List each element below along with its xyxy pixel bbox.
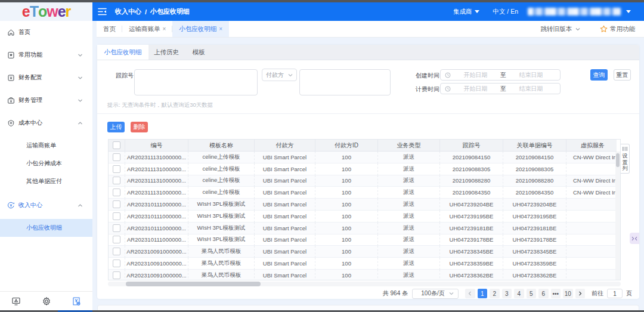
row-checkbox[interactable] [113,271,120,279]
table-cell [566,270,617,280]
vertical-scrollbar-thumb[interactable] [616,153,620,167]
page-number-button[interactable]: ••• [551,289,561,299]
sidebar-item[interactable]: 财务配置 [0,66,92,89]
sidebar-item-label: 常用功能 [18,51,78,59]
caret-down-icon [475,10,479,13]
table-cell [566,258,617,270]
appbar-right: 集成商 中文 / En [453,8,644,16]
row-checkbox[interactable] [113,189,120,196]
sidebar: eTower 首页 常用功能 [0,2,92,312]
start-date-placeholder: 开始日期 [451,71,500,79]
row-checkbox[interactable] [113,260,120,267]
page-number-button[interactable]: 10 [563,289,573,299]
sidebar-item[interactable]: 常用功能 [0,44,92,66]
gear-icon[interactable] [42,296,51,306]
table-header-cell[interactable]: 模板名称 [188,140,255,152]
billed-time-range[interactable]: 开始日期 至 结束日期 [440,83,561,94]
row-checkbox[interactable] [113,177,120,184]
sidebar-subitem[interactable]: 其他单据应付 [0,172,92,190]
table-cell: 100 [315,152,378,163]
row-checkbox[interactable] [113,212,120,220]
created-time-range[interactable]: 开始日期 至 结束日期 [440,69,561,81]
table-row: AR202310111000000...WIsH 3PL模板测试UBI Smar… [109,199,617,211]
reset-button[interactable]: 重置 [614,69,631,81]
row-checkbox[interactable] [113,153,120,161]
sidebar-item[interactable]: 成本中心 [0,112,92,134]
sidebar-subitem[interactable]: 运输商账单 [0,137,92,155]
drawer-collapse-handle[interactable] [630,233,639,244]
app-header: 收入中心 / 小包应收明细 集成商 中文 / En [92,2,644,21]
breadcrumb-parent[interactable]: 收入中心 [115,7,141,16]
tracking-number-textarea[interactable] [134,69,258,95]
table-header-cell[interactable]: 付款方 [255,140,315,152]
row-checkbox[interactable] [113,200,120,208]
app-logo[interactable]: eTower [0,2,92,21]
panel-tab[interactable]: 上传历史 [148,45,184,60]
select-all-checkbox[interactable] [113,141,120,149]
table-cell [566,163,617,175]
chevron-down-icon [449,291,454,296]
table-header-cell[interactable]: 跟踪号 [440,140,503,152]
page-number-button[interactable]: 3 [502,289,512,299]
page-number-button[interactable]: 1 [478,289,488,299]
chevron-icon [78,75,83,81]
user-caret-down-icon[interactable] [626,10,631,13]
jump-page-input[interactable] [607,289,623,298]
sidebar-subitem[interactable]: 小包应收明细 [0,219,92,237]
upload-button[interactable]: 上传 [107,122,125,132]
table-header-cell[interactable]: 编号 [125,140,188,152]
page-number-button[interactable]: 6 [538,289,549,299]
user-account-redacted[interactable] [528,8,621,16]
page-tab[interactable]: 首页 [97,21,122,37]
close-tab-icon[interactable]: × [219,26,222,32]
horizontal-scrollbar-thumb[interactable] [126,282,261,286]
sidebar-item[interactable]: 收入中心 [0,194,92,217]
favorite-functions[interactable]: 常用功能 [600,25,635,33]
table-cell: 派送 [378,152,440,163]
table-cell: 派送 [378,211,440,223]
language-switch[interactable]: 中文 / En [493,8,518,16]
old-version-label: 跳转旧版本 [541,25,572,33]
sidebar-item[interactable]: 首页 [0,21,92,44]
sidebar-item[interactable]: 财务管理 [0,89,92,112]
table-cell: AR202310111000000... [125,199,188,211]
integrator-dropdown[interactable]: 集成商 [453,8,480,16]
payer-select[interactable]: 付款方 [262,69,297,81]
page-tab[interactable]: 小包应收明细 × [172,21,229,37]
panel-tab[interactable]: 小包应收明细 [97,45,148,60]
row-checkbox[interactable] [113,165,120,173]
page-tab[interactable]: 运输商账单 × [122,21,172,37]
page-number-button[interactable]: 2 [490,289,500,299]
table-header-cell[interactable]: 虚拟服务 [566,140,617,152]
switch-old-version[interactable]: 跳转旧版本 [541,25,581,33]
vertical-scrollbar[interactable] [615,152,620,280]
delete-button[interactable]: 删除 [131,122,148,132]
row-checkbox[interactable] [113,236,120,243]
table-header-cell[interactable]: 付款方ID [315,140,378,152]
table-cell: 菜鸟人民币模板 [188,246,255,258]
clock-icon [445,72,451,78]
sidebar-subitem[interactable]: 小包分摊成本 [0,155,92,172]
pagination: 共 964 条 100条/页 123456•••10 前往 [383,288,632,299]
column-settings-tab[interactable]: 设置列 [621,144,630,174]
query-button[interactable]: 查询 [590,69,608,81]
close-tab-icon[interactable]: × [163,26,166,32]
table-cell [566,234,617,246]
page-number-button[interactable]: 4 [514,289,524,299]
table-header-cell[interactable]: 关联单据编号 [503,140,566,152]
page-size-select[interactable]: 100条/页 [412,289,459,299]
menu-fold-icon[interactable] [98,8,107,16]
table-cell: UH047239195BE [440,211,503,223]
prev-page-button[interactable] [465,289,475,299]
row-checkbox[interactable] [113,248,120,255]
payer-value-textarea[interactable] [299,69,391,95]
table-header-cell[interactable]: 业务类型 [378,140,440,152]
table-cell: UBI Smart Parcel [255,211,315,223]
next-page-button[interactable] [575,289,586,299]
monitor-icon[interactable] [11,296,21,306]
panel-tab[interactable]: 模板 [184,45,213,60]
row-checkbox[interactable] [113,224,120,232]
page-number-button[interactable]: 5 [527,289,537,299]
billing-settings-icon[interactable] [72,296,81,306]
horizontal-scrollbar[interactable] [108,282,621,286]
